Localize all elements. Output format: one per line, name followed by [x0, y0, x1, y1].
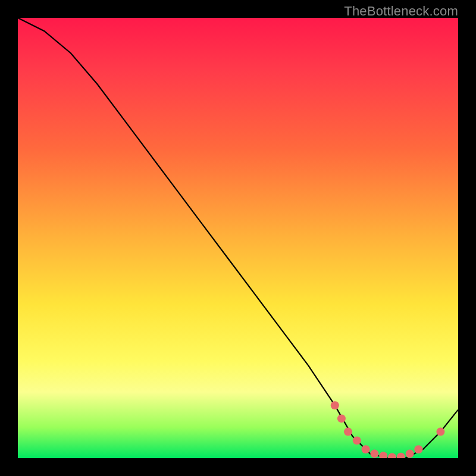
bottleneck-curve	[18, 18, 458, 458]
highlight-dot	[379, 452, 387, 458]
plot-area	[18, 18, 458, 458]
highlight-dot	[337, 414, 346, 422]
highlight-dot	[436, 428, 444, 436]
highlight-dot	[362, 445, 370, 453]
highlight-dot	[353, 436, 361, 444]
highlight-dot	[344, 428, 352, 436]
highlight-dot	[397, 453, 405, 458]
highlight-dot	[370, 450, 378, 458]
marker-group	[331, 401, 445, 458]
chart-frame: TheBottleneck.com	[0, 0, 476, 476]
highlight-dot	[406, 450, 414, 458]
curve-layer	[18, 18, 458, 458]
highlight-dot	[388, 453, 396, 459]
highlight-dot	[414, 445, 422, 453]
watermark-text: TheBottleneck.com	[344, 4, 458, 19]
highlight-dot	[331, 401, 339, 409]
